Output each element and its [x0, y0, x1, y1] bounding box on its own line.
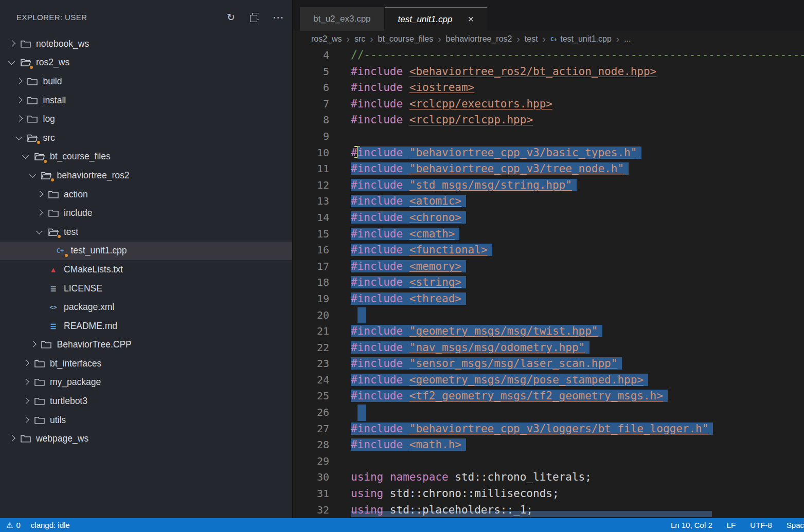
code-line-29[interactable]: 29 — [293, 453, 804, 470]
more-actions-icon[interactable]: ⋯ — [273, 12, 284, 23]
code-line-22[interactable]: 22#include "nav_msgs/msg/odometry.hpp" — [293, 340, 804, 356]
code-line-9[interactable]: 9 — [293, 129, 804, 145]
code-token: #include — [351, 211, 403, 224]
breadcrumb-item-src[interactable]: src — [354, 34, 365, 44]
code-line-27[interactable]: 27#include "behaviortree_cpp_v3/loggers/… — [293, 421, 804, 437]
tree-item-webpage_ws[interactable]: webpage_ws — [0, 429, 292, 448]
tree-item-behaviortree_ros2[interactable]: behaviortree_ros2 — [0, 166, 292, 185]
tree-item-notebook_ws[interactable]: notebook_ws — [0, 34, 292, 53]
breadcrumb-item-test[interactable]: test — [525, 34, 538, 44]
code-line-5[interactable]: 5#include <behaviortree_ros2/bt_action_n… — [293, 64, 804, 80]
tree-item-LICENSE[interactable]: ≡LICENSE — [0, 279, 292, 298]
breadcrumb-item-test_unit1.cpp[interactable]: C+test_unit1.cpp — [550, 34, 612, 44]
code-token: <cmath> — [409, 228, 455, 240]
collapse-folders-icon[interactable] — [249, 12, 260, 23]
code-line-13[interactable]: 13#include <atomic> — [293, 193, 804, 210]
status-cursor-position[interactable]: Ln 10, Col 2 — [671, 521, 712, 529]
code-token: #include — [351, 195, 403, 207]
chevron-right-icon[interactable] — [21, 359, 31, 369]
code-line-14[interactable]: 14#include <chrono> — [293, 210, 804, 226]
tree-item-CMakeLists.txt[interactable]: ▲CMakeLists.txt — [0, 260, 292, 279]
chevron-right-icon[interactable] — [21, 377, 31, 387]
tree-item-action[interactable]: action — [0, 185, 292, 204]
code-line-8[interactable]: 8#include <rclcpp/rclcpp.hpp> — [293, 112, 804, 129]
code-line-25[interactable]: 25#include <tf2_geometry_msgs/tf2_geomet… — [293, 388, 804, 405]
tree-item-test_unit1.cpp[interactable]: C+test_unit1.cpp — [0, 242, 292, 261]
line-content: #include <tf2_geometry_msgs/tf2_geometry… — [351, 388, 668, 405]
chevron-right-icon[interactable] — [14, 114, 24, 124]
chevron-right-icon[interactable] — [21, 396, 31, 406]
chevron-right-icon[interactable] — [35, 190, 45, 199]
code-line-18[interactable]: 18#include <string> — [293, 274, 804, 291]
tree-item-label: webpage_ws — [36, 433, 88, 444]
chevron-down-icon[interactable] — [14, 133, 24, 143]
code-line-12[interactable]: 12#include "std_msgs/msg/string.hpp" — [293, 177, 804, 194]
tree-item-BehaviorTree.CPP[interactable]: BehaviorTree.CPP — [0, 336, 292, 355]
close-icon[interactable]: × — [468, 13, 474, 25]
code-line-15[interactable]: 15#include <cmath> — [293, 226, 804, 243]
chevron-right-icon[interactable] — [7, 39, 17, 49]
code-token: <geometry_msgs/msg/pose_stamped.hpp> — [409, 374, 644, 386]
tree-item-test[interactable]: test — [0, 223, 292, 242]
code-line-16[interactable]: 16#include <functional> — [293, 242, 804, 259]
chevron-down-icon[interactable] — [7, 58, 17, 67]
breadcrumb-item-bt_course_files[interactable]: bt_course_files — [378, 34, 434, 44]
breadcrumb-item-behaviortree_ros2[interactable]: behaviortree_ros2 — [446, 34, 512, 44]
code-line-11[interactable]: 11#include "behaviortree_cpp_v3/tree_nod… — [293, 161, 804, 177]
tree-item-turtlebot3[interactable]: turtlebot3 — [0, 392, 292, 411]
code-token: # — [351, 146, 358, 159]
tree-item-README.md[interactable]: ≡README.md — [0, 317, 292, 336]
tree-item-include[interactable]: include — [0, 204, 292, 223]
refresh-icon[interactable]: ↻ — [225, 12, 237, 23]
code-line-24[interactable]: 24#include <geometry_msgs/msg/pose_stamp… — [293, 372, 804, 389]
breadcrumb-item-ros2_ws[interactable]: ros2_ws — [311, 34, 342, 44]
selection-highlight: #include <geometry_msgs/msg/pose_stamped… — [351, 374, 648, 386]
tree-item-my_package[interactable]: my_package — [0, 373, 292, 392]
folder-glyph — [48, 209, 59, 217]
code-line-7[interactable]: 7#include <rclcpp/executors.hpp> — [293, 96, 804, 113]
tree-item-install[interactable]: install — [0, 91, 292, 110]
status-eol-indicator[interactable]: LF — [727, 521, 736, 529]
tab-test_unit1.cpp[interactable]: test_unit1.cpp× — [385, 7, 488, 31]
collapse-folders-glyph — [250, 13, 259, 22]
tree-item-utils[interactable]: utils — [0, 411, 292, 430]
chevron-right-icon[interactable] — [7, 434, 17, 444]
code-line-28[interactable]: 28#include <math.h> — [293, 437, 804, 453]
chevron-down-icon[interactable] — [35, 227, 45, 237]
tree-item-log[interactable]: log — [0, 109, 292, 129]
code-line-19[interactable]: 19#include <thread> — [293, 291, 804, 307]
chevron-right-icon[interactable] — [14, 77, 24, 86]
chevron-right-icon[interactable] — [35, 208, 45, 218]
code-line-4[interactable]: 4//-------------------------------------… — [293, 47, 804, 64]
tree-item-ros2_ws[interactable]: ros2_ws — [0, 53, 292, 72]
status-indentation-indicator[interactable]: Spac — [787, 521, 804, 529]
tree-item-src[interactable]: src — [0, 129, 292, 148]
tab-bt_u2_ex3.cpp[interactable]: bt_u2_ex3.cpp — [300, 7, 384, 31]
code-line-10[interactable]: 10#include "behaviortree_cpp_v3/basic_ty… — [293, 145, 804, 161]
chevron-right-icon[interactable] — [21, 415, 31, 425]
tree-item-build[interactable]: build — [0, 72, 292, 91]
code-line-30[interactable]: 30using namespace std::chrono_literals; — [293, 469, 804, 486]
tree-item-bt_interfaces[interactable]: bt_interfaces — [0, 354, 292, 373]
breadcrumb-label: behaviortree_ros2 — [446, 34, 512, 44]
status-encoding-indicator[interactable]: UTF-8 — [750, 521, 772, 529]
code-line-26[interactable]: 26 — [293, 405, 804, 421]
code-line-20[interactable]: 20 — [293, 307, 804, 324]
code-line-17[interactable]: 17#include <memory> — [293, 259, 804, 275]
status-clangd-status[interactable]: clangd: idle — [31, 521, 70, 529]
status-warnings[interactable]: ⚠0 — [6, 521, 21, 530]
tree-item-label: test — [64, 227, 78, 237]
chevron-right-icon[interactable] — [14, 96, 24, 105]
tree-item-bt_course_files[interactable]: bt_course_files — [0, 148, 292, 167]
chevron-down-icon[interactable] — [21, 152, 31, 161]
code-line-23[interactable]: 23#include "sensor_msgs/msg/laser_scan.h… — [293, 356, 804, 372]
code-area[interactable]: 4//-------------------------------------… — [293, 47, 804, 518]
breadcrumb-item-...[interactable]: ... — [624, 34, 631, 44]
chevron-right-icon[interactable] — [28, 340, 38, 350]
folder-icon — [19, 433, 32, 445]
code-line-31[interactable]: 31using std::chrono::milliseconds; — [293, 486, 804, 502]
tree-item-package.xml[interactable]: <>package.xml — [0, 298, 292, 317]
code-line-21[interactable]: 21#include "geometry_msgs/msg/twist.hpp" — [293, 323, 804, 340]
chevron-down-icon[interactable] — [28, 171, 38, 180]
code-line-6[interactable]: 6#include <iostream> — [293, 80, 804, 96]
